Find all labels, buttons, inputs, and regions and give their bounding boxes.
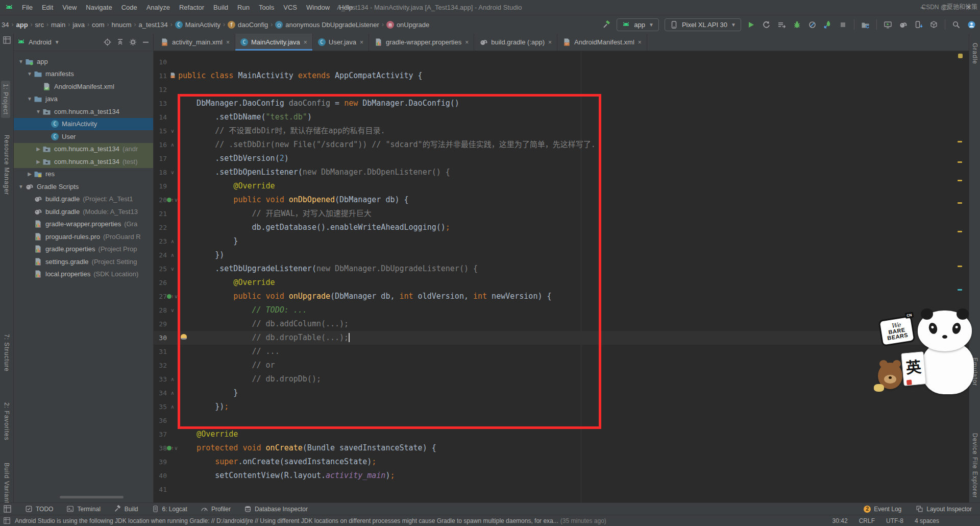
menu-file[interactable]: File	[17, 0, 37, 15]
tree-row-com-hnucm-a-test134[interactable]: ▼com.hnucm.a_test134	[14, 105, 153, 118]
fold-up-icon[interactable]: ∧	[170, 239, 174, 244]
breadcrumb-mainactivity[interactable]: CMainActivity	[175, 21, 220, 29]
indent-widget[interactable]: 4 spaces	[915, 517, 939, 524]
breadcrumb-com[interactable]: com	[92, 21, 105, 29]
tree-chevron-icon[interactable]: ▶	[26, 171, 34, 177]
build-hammer-button[interactable]	[602, 20, 611, 29]
device-select[interactable]: Pixel XL API 30 ▼	[665, 18, 741, 31]
rerun-button[interactable]	[762, 20, 771, 29]
tree-chevron-icon[interactable]: ▼	[26, 96, 34, 102]
tree-chevron-icon[interactable]: ▼	[17, 59, 25, 64]
tree-row-build-gradle[interactable]: build.gradle(Project: A_Test1	[14, 193, 153, 206]
menu-build[interactable]: Build	[209, 0, 233, 15]
tree-row-mainactivity[interactable]: CMainActivity	[14, 118, 153, 131]
tool-window-button-6-logcat[interactable]: 6: Logcat	[152, 505, 187, 513]
tree-row-gradle-wrapper-properties[interactable]: gradle-wrapper.properties(Gra	[14, 218, 153, 231]
breadcrumb-app[interactable]: app	[16, 21, 28, 29]
tool-window-switcher-icon[interactable]	[3, 505, 12, 513]
fold-down-icon[interactable]: ∨	[174, 446, 178, 451]
stripe-button-device-file-explorer[interactable]: Device File Explorer	[971, 433, 978, 498]
tab-activity-main-xml[interactable]: </>activity_main.xml×	[155, 34, 235, 51]
stripe-button-1-project[interactable]: 1: Project	[1, 81, 10, 118]
search-everywhere-button[interactable]	[952, 20, 961, 29]
collapse-icon[interactable]	[116, 38, 125, 46]
breadcrumb-main[interactable]: main	[51, 21, 65, 29]
tree-row-com-hnucm-a-test134[interactable]: ▶com.hnucm.a_test134(andr	[14, 143, 153, 156]
sync-project-with-gradle-files-button[interactable]	[861, 20, 870, 29]
panel-horizontal-scrollbar[interactable]	[60, 496, 124, 498]
close-icon[interactable]: ×	[465, 39, 469, 46]
stripe-button-emulator[interactable]: Emulator	[971, 357, 978, 386]
menu-refactor[interactable]: Refactor	[175, 0, 209, 15]
caret-position-widget[interactable]: 30:42	[832, 517, 848, 524]
close-icon[interactable]: ×	[638, 39, 642, 46]
tool-window-button-profiler[interactable]: Profiler	[201, 505, 231, 513]
tree-row-proguard-rules-pro[interactable]: proguard-rules.pro(ProGuard R	[14, 230, 153, 243]
stripe-button-7-structure[interactable]: 7: Structure	[3, 334, 10, 372]
fold-up-icon[interactable]: ∧	[170, 253, 174, 258]
tree-row-gradle-scripts[interactable]: ▼Gradle Scripts	[14, 180, 153, 193]
close-icon[interactable]: ×	[548, 39, 552, 46]
fold-down-icon[interactable]: ∨	[170, 267, 174, 272]
tree-row-settings-gradle[interactable]: settings.gradle(Project Setting	[14, 255, 153, 268]
fold-down-icon[interactable]: ∨	[170, 170, 174, 175]
menu-vcs[interactable]: VCS	[279, 0, 302, 15]
minus-icon[interactable]	[141, 38, 150, 46]
tab-build-gradle-app[interactable]: build.gradle (:app)×	[474, 34, 557, 51]
tool-window-button-todo[interactable]: TODO	[25, 505, 53, 513]
close-icon[interactable]: ×	[304, 39, 307, 46]
stripe-button-build-variants[interactable]: Build Variants	[3, 463, 10, 507]
fold-down-icon[interactable]: ∨	[170, 129, 174, 134]
tool-window-button-terminal[interactable]: Terminal	[66, 505, 100, 513]
tree-chevron-icon[interactable]: ▶	[34, 159, 42, 164]
menu-tools[interactable]: Tools	[254, 0, 279, 15]
gradle-sync-button[interactable]	[899, 20, 908, 29]
tree-chevron-icon[interactable]: ▼	[34, 109, 42, 114]
attach-debugger-button[interactable]	[823, 20, 832, 29]
menu-window[interactable]: Window	[302, 0, 334, 15]
inspection-indicator[interactable]	[958, 54, 963, 58]
profile-button[interactable]	[808, 20, 817, 29]
breadcrumb-anonymous-dbupgradelistener[interactable]: ○anonymous DbUpgradeListener	[275, 21, 379, 29]
tree-row-com-hnucm-a-test134[interactable]: ▶com.hnucm.a_test134(test)	[14, 155, 153, 168]
debug-button[interactable]	[793, 20, 801, 29]
fold-up-icon[interactable]: ∧	[170, 391, 174, 396]
menu-code[interactable]: Code	[117, 0, 142, 15]
tree-row-local-properties[interactable]: local.properties(SDK Location)	[14, 268, 153, 281]
stripe-button-gradle[interactable]: Gradle	[971, 43, 978, 64]
stripe-button-2-favorites[interactable]: 2: Favorites	[3, 402, 10, 441]
breadcrumb-onupgrade[interactable]: monUpgrade	[386, 21, 429, 29]
tree-row-gradle-properties[interactable]: gradle.properties(Project Prop	[14, 243, 153, 256]
tool-window-button-build[interactable]: Build	[114, 505, 138, 513]
fold-down-icon[interactable]: ∨	[174, 198, 178, 203]
encoding-widget[interactable]: UTF-8	[886, 517, 903, 524]
tab-mainactivity-java[interactable]: CMainActivity.java×	[235, 34, 313, 51]
close-icon[interactable]: ×	[360, 39, 363, 46]
tree-row-manifests[interactable]: ▼manifests	[14, 68, 153, 81]
breadcrumb-java[interactable]: java	[72, 21, 85, 29]
close-icon[interactable]: ×	[226, 39, 230, 46]
fold-down-icon[interactable]: ∨	[170, 308, 174, 313]
breadcrumb-src[interactable]: src	[35, 21, 44, 29]
menu-edit[interactable]: Edit	[37, 0, 58, 15]
intention-bulb-icon[interactable]	[181, 334, 187, 340]
profile-avatar-button[interactable]	[967, 20, 976, 29]
tree-row-res[interactable]: ▶res	[14, 168, 153, 181]
line-separator-widget[interactable]: CRLF	[859, 517, 875, 524]
avd-manager-button[interactable]	[884, 20, 892, 29]
tree-chevron-icon[interactable]: ▼	[17, 184, 25, 189]
breadcrumb-daoconfig[interactable]: fdaoConfig	[228, 21, 268, 29]
fold-up-icon[interactable]: ∧	[170, 404, 174, 410]
tab-user-java[interactable]: CUser.java×	[313, 34, 369, 51]
tree-chevron-icon[interactable]: ▶	[34, 146, 42, 152]
stripe-toggle-icon[interactable]	[3, 517, 11, 524]
layout-file-icon[interactable]: </>	[169, 72, 176, 80]
tree-row-java[interactable]: ▼java	[14, 93, 153, 106]
tool-window-button-layout-inspector[interactable]: Layout Inspector	[916, 505, 972, 513]
breadcrumb-hnucm[interactable]: hnucm	[112, 21, 132, 29]
tree-chevron-icon[interactable]: ▼	[26, 71, 34, 77]
tab-gradle-wrapper-properties[interactable]: gradle-wrapper.properties×	[369, 34, 474, 51]
menu-navigate[interactable]: Navigate	[81, 0, 116, 15]
gear-icon[interactable]	[129, 38, 137, 46]
breadcrumb-34[interactable]: 34	[2, 21, 9, 29]
